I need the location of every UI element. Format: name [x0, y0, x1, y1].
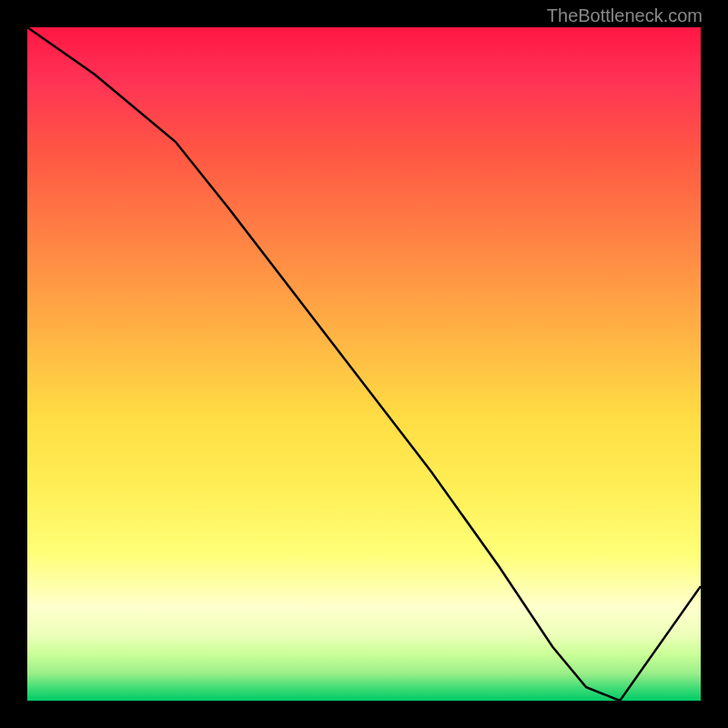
watermark-text: TheBottleneck.com — [547, 5, 703, 26]
bottleneck-curve — [27, 27, 701, 701]
plot-area — [27, 27, 701, 701]
